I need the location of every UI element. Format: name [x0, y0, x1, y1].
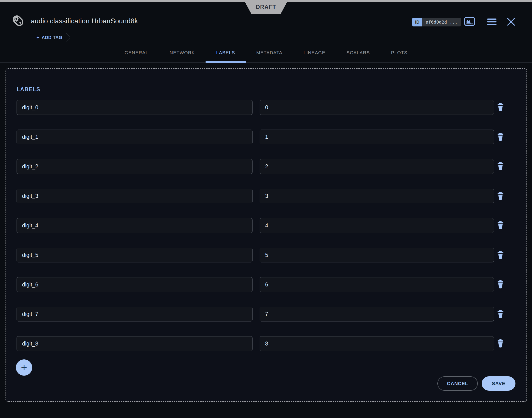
label-value-input[interactable] — [260, 218, 494, 233]
hamburger-menu-icon — [487, 23, 497, 26]
delete-label-button[interactable] — [496, 220, 505, 231]
delete-label-button[interactable] — [496, 309, 505, 320]
label-value-input[interactable] — [260, 248, 494, 262]
label-row — [17, 277, 516, 292]
trash-icon — [497, 191, 504, 201]
label-rows — [17, 100, 516, 351]
tab-plots[interactable]: PLOTS — [380, 46, 418, 62]
delete-label-button[interactable] — [496, 338, 505, 349]
plus-icon: + — [21, 362, 27, 373]
label-value-input[interactable] — [260, 100, 494, 115]
close-icon — [507, 24, 516, 27]
label-name-input[interactable] — [17, 277, 253, 292]
trash-icon — [497, 103, 504, 112]
action-buttons: CANCEL SAVE — [437, 376, 515, 391]
status-ribbon: DRAFT — [245, 2, 287, 14]
labels-panel: LABELS — [6, 68, 527, 402]
plots-image-icon — [464, 23, 475, 27]
delete-label-button[interactable] — [496, 131, 505, 143]
label-row — [17, 218, 516, 233]
plus-icon: + — [36, 35, 40, 40]
add-tag-button[interactable]: + ADD TAG — [33, 33, 65, 42]
label-name-input[interactable] — [17, 159, 253, 174]
model-gear-icon — [11, 14, 25, 28]
plots-image-button[interactable] — [464, 17, 475, 26]
label-value-input[interactable] — [260, 159, 494, 174]
label-value-input[interactable] — [260, 307, 494, 322]
menu-button[interactable] — [487, 18, 497, 25]
label-name-input[interactable] — [17, 248, 253, 262]
save-button[interactable]: SAVE — [482, 376, 515, 391]
label-row — [17, 100, 516, 115]
label-value-input[interactable] — [260, 189, 494, 203]
label-name-input[interactable] — [17, 100, 253, 115]
trash-icon — [497, 339, 504, 348]
label-row — [17, 129, 516, 144]
close-button[interactable] — [507, 17, 516, 26]
trash-icon — [497, 221, 504, 230]
add-label-button[interactable]: + — [16, 360, 32, 376]
tab-labels[interactable]: LABELS — [206, 46, 246, 62]
label-value-input[interactable] — [260, 336, 494, 351]
label-row — [17, 336, 516, 351]
label-row — [17, 159, 516, 174]
delete-label-button[interactable] — [496, 102, 505, 113]
trash-icon — [497, 309, 504, 319]
add-tag-label: ADD TAG — [42, 35, 62, 40]
label-name-input[interactable] — [17, 218, 253, 233]
tab-bar: GENERAL NETWORK LABELS METADATA LINEAGE … — [0, 46, 532, 63]
label-row — [17, 307, 516, 322]
trash-icon — [497, 132, 504, 142]
tab-general[interactable]: GENERAL — [114, 46, 159, 62]
delete-label-button[interactable] — [496, 249, 505, 261]
trash-icon — [497, 250, 504, 260]
trash-icon — [497, 280, 504, 289]
delete-label-button[interactable] — [496, 161, 505, 172]
id-badge-value: af6d0a2d ... — [422, 18, 461, 26]
section-heading: LABELS — [17, 86, 516, 93]
page-title: audio classification UrbanSound8k — [31, 17, 138, 25]
label-row — [17, 189, 516, 203]
tab-metadata[interactable]: METADATA — [246, 46, 293, 62]
id-badge-label: ID — [412, 18, 422, 26]
label-value-input[interactable] — [260, 129, 494, 144]
id-badge[interactable]: ID af6d0a2d ... — [412, 18, 461, 26]
label-name-input[interactable] — [17, 307, 253, 322]
label-name-input[interactable] — [17, 129, 253, 144]
status-ribbon-label: DRAFT — [256, 4, 276, 10]
cancel-button[interactable]: CANCEL — [437, 376, 478, 391]
tab-scalars[interactable]: SCALARS — [336, 46, 380, 62]
label-name-input[interactable] — [17, 336, 253, 351]
status-strip — [0, 0, 532, 2]
label-row — [17, 248, 516, 262]
label-value-input[interactable] — [260, 277, 494, 292]
trash-icon — [497, 162, 504, 171]
tab-network[interactable]: NETWORK — [159, 46, 206, 62]
label-name-input[interactable] — [17, 189, 253, 203]
delete-label-button[interactable] — [496, 190, 505, 202]
tab-lineage[interactable]: LINEAGE — [293, 46, 336, 62]
panel-footer: + CANCEL SAVE — [17, 360, 516, 393]
delete-label-button[interactable] — [496, 279, 505, 290]
